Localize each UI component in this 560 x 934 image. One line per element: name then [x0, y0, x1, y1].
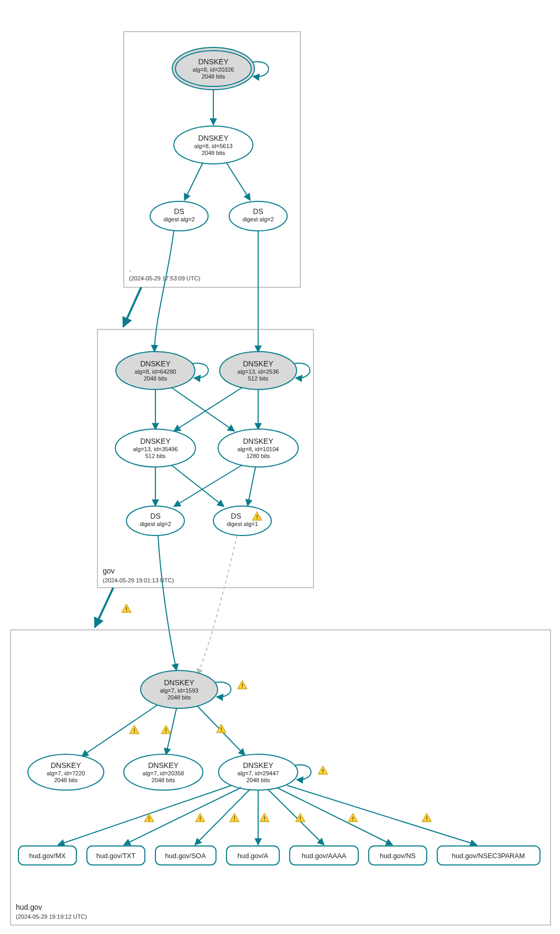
- rr-hud-nsec3param: hud.gov/NSEC3PARAM: [437, 846, 540, 865]
- svg-text:alg=7, id=1593: alg=7, id=1593: [160, 687, 199, 694]
- node-root-ksk: DNSKEY alg=8, id=20326 2048 bits: [172, 47, 254, 90]
- warning-icon: [230, 813, 239, 822]
- svg-text:1280 bits: 1280 bits: [247, 453, 270, 459]
- svg-text:digest alg=2: digest alg=2: [242, 216, 274, 222]
- node-root-zsk: DNSKEY alg=8, id=5613 2048 bits: [174, 126, 253, 164]
- svg-text:DS: DS: [253, 207, 263, 216]
- node-gov-ds-left: DS digest alg=2: [126, 506, 184, 536]
- node-hud-zsk-2: DNSKEY alg=7, id=20358 2048 bits: [124, 754, 203, 790]
- warning-icon: [238, 680, 247, 689]
- svg-text:DNSKEY: DNSKEY: [198, 57, 229, 66]
- dnssec-graph: ! . (2024-05-29 17:53:09 UTC) DNSKEY alg…: [0, 0, 560, 934]
- svg-text:2048 bits: 2048 bits: [144, 375, 168, 382]
- svg-text:DNSKEY: DNSKEY: [243, 359, 273, 368]
- svg-text:alg=7, id=20358: alg=7, id=20358: [143, 770, 184, 776]
- node-hud-zsk-1: DNSKEY alg=7, id=7220 2048 bits: [28, 754, 104, 790]
- edge-zsk3-mx: [58, 785, 232, 845]
- svg-text:DS: DS: [174, 207, 184, 216]
- svg-text:digest alg=2: digest alg=2: [140, 521, 171, 527]
- svg-text:DNSKEY: DNSKEY: [51, 761, 81, 770]
- edge-govzskr-govdsr: [248, 467, 256, 506]
- svg-text:hud.gov/MX: hud.gov/MX: [29, 852, 66, 860]
- svg-text:alg=7, id=29447: alg=7, id=29447: [238, 770, 279, 776]
- svg-text:hud.gov/AAAA: hud.gov/AAAA: [302, 852, 347, 860]
- svg-text:DNSKEY: DNSKEY: [243, 437, 273, 445]
- node-hud-zsk-3: DNSKEY alg=7, id=29447 2048 bits: [219, 754, 298, 790]
- svg-text:hud.gov/TXT: hud.gov/TXT: [96, 852, 135, 860]
- edge-hudksk-zsk1: [82, 705, 157, 756]
- zone-hud-label: hud.gov: [16, 903, 42, 911]
- svg-text:DNSKEY: DNSKEY: [148, 761, 179, 770]
- edge-govzskr-govdsl: [174, 465, 242, 507]
- warning-icon: [217, 724, 226, 733]
- svg-text:DNSKEY: DNSKEY: [243, 761, 273, 770]
- svg-text:2048 bits: 2048 bits: [202, 150, 225, 156]
- rr-hud-a: hud.gov/A: [227, 846, 279, 865]
- rr-hud-aaaa: hud.gov/AAAA: [290, 846, 358, 865]
- node-gov-ksk-left: DNSKEY alg=8, id=64280 2048 bits: [116, 352, 195, 390]
- svg-text:2048 bits: 2048 bits: [247, 777, 270, 783]
- svg-text:DNSKEY: DNSKEY: [140, 359, 171, 368]
- node-root-ds-right: DS digest alg=2: [229, 201, 287, 231]
- warning-icon: [161, 725, 171, 734]
- node-gov-zsk-left: DNSKEY alg=13, id=35496 512 bits: [115, 429, 195, 467]
- edge-govzskl-govdsr: [171, 465, 224, 507]
- svg-text:alg=8, id=5613: alg=8, id=5613: [194, 143, 233, 149]
- zone-gov-label: gov: [103, 567, 115, 575]
- warning-icon: [348, 813, 358, 822]
- warning-icon: [122, 604, 131, 612]
- svg-text:2048 bits: 2048 bits: [54, 777, 78, 783]
- svg-text:digest alg=2: digest alg=2: [163, 216, 195, 222]
- svg-text:digest alg=1: digest alg=1: [227, 521, 258, 527]
- edge-zsk3-soa: [195, 789, 250, 845]
- svg-text:DNSKEY: DNSKEY: [140, 437, 171, 445]
- rr-hud-soa: hud.gov/SOA: [155, 846, 216, 865]
- svg-text:alg=8, id=10104: alg=8, id=10104: [238, 446, 279, 452]
- svg-text:alg=13, id=2536: alg=13, id=2536: [238, 368, 279, 375]
- delegation-root-to-gov: [123, 287, 141, 327]
- node-gov-zsk-right: DNSKEY alg=8, id=10104 1280 bits: [218, 429, 298, 467]
- zone-hud-timestamp: (2024-05-29 19:19:12 UTC): [16, 913, 87, 920]
- svg-text:alg=8, id=20326: alg=8, id=20326: [193, 66, 234, 73]
- edge-rootzsk-dsl: [184, 163, 203, 200]
- warning-icon: [130, 725, 139, 734]
- warning-icon: [318, 766, 328, 774]
- svg-text:hud.gov/SOA: hud.gov/SOA: [165, 852, 206, 860]
- svg-text:512 bits: 512 bits: [248, 375, 269, 382]
- rr-hud-mx: hud.gov/MX: [18, 846, 76, 865]
- edge-govdsr-hudksk: [198, 536, 237, 675]
- edge-rootzsk-dsr: [227, 163, 250, 200]
- edge-govkskr-govzskl: [174, 387, 242, 431]
- delegation-gov-to-hud: [95, 588, 113, 627]
- zone-root-timestamp: (2024-05-29 17:53:09 UTC): [129, 275, 200, 281]
- warning-icon: [260, 813, 269, 822]
- zone-gov-timestamp: (2024-05-29 19:01:13 UTC): [103, 577, 174, 583]
- svg-text:2048 bits: 2048 bits: [168, 694, 191, 700]
- edge-zsk3-ns: [277, 787, 392, 845]
- node-root-ds-left: DS digest alg=2: [150, 201, 208, 231]
- svg-text:512 bits: 512 bits: [145, 453, 166, 459]
- svg-text:hud.gov/NS: hud.gov/NS: [380, 852, 416, 860]
- warning-icon: [422, 813, 431, 822]
- svg-text:DNSKEY: DNSKEY: [164, 678, 194, 687]
- node-hud-ksk: DNSKEY alg=7, id=1593 2048 bits: [141, 670, 218, 708]
- node-gov-ds-right: DS digest alg=1: [213, 506, 271, 536]
- svg-text:hud.gov/A: hud.gov/A: [238, 852, 269, 860]
- svg-text:2048 bits: 2048 bits: [152, 777, 175, 783]
- svg-text:alg=8, id=64280: alg=8, id=64280: [135, 368, 176, 375]
- svg-text:alg=13, id=35496: alg=13, id=35496: [133, 446, 178, 452]
- node-gov-ksk-right: DNSKEY alg=13, id=2536 512 bits: [220, 352, 297, 390]
- edge-rootdsl-govkskl: [154, 230, 174, 352]
- svg-text:hud.gov/NSEC3PARAM: hud.gov/NSEC3PARAM: [452, 852, 525, 860]
- rr-hud-ns: hud.gov/NS: [369, 846, 427, 865]
- svg-text:DS: DS: [231, 512, 241, 520]
- edge-govdsl-hudksk: [158, 536, 176, 670]
- edge-govkskl-govzskr: [171, 387, 234, 431]
- svg-text:2048 bits: 2048 bits: [202, 73, 225, 80]
- warning-icon: [195, 813, 205, 822]
- svg-text:alg=7, id=7220: alg=7, id=7220: [47, 770, 85, 776]
- rr-hud-txt: hud.gov/TXT: [87, 846, 145, 865]
- zone-root-label: .: [129, 265, 131, 273]
- svg-text:DS: DS: [150, 512, 160, 520]
- svg-text:DNSKEY: DNSKEY: [198, 134, 229, 142]
